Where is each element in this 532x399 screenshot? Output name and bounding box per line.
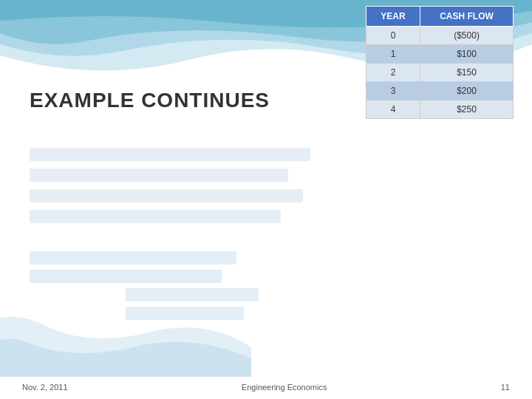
year-cell: 3 [366, 82, 420, 100]
footer-date: Nov. 2, 2011 [22, 383, 68, 392]
table-row: 1$100 [366, 45, 514, 64]
cashflow-cell: $150 [420, 64, 514, 82]
table-row: 3$200 [366, 82, 514, 100]
year-header: YEAR [366, 7, 420, 27]
table-row: 0($500) [366, 27, 514, 45]
footer-page: 11 [501, 383, 510, 392]
table-row: 4$250 [366, 100, 514, 119]
year-cell: 1 [366, 45, 420, 64]
cashflow-cell: $200 [420, 82, 514, 100]
cashflow-cell: $100 [420, 45, 514, 64]
cashflow-cell: $250 [420, 100, 514, 119]
year-cell: 4 [366, 100, 420, 119]
page-title: EXAMPLE CONTINUES [30, 89, 270, 112]
footer-course: Engineering Economics [242, 383, 327, 392]
table-row: 2$150 [366, 64, 514, 82]
cashflow-header: CASH FLOW [420, 7, 514, 27]
cash-flow-table: YEAR CASH FLOW 0($500)1$1002$1503$2004$2… [366, 6, 514, 119]
year-cell: 2 [366, 64, 420, 82]
cashflow-cell: ($500) [420, 27, 514, 45]
footer: Nov. 2, 2011 Engineering Economics 11 [0, 383, 532, 392]
year-cell: 0 [366, 27, 420, 45]
